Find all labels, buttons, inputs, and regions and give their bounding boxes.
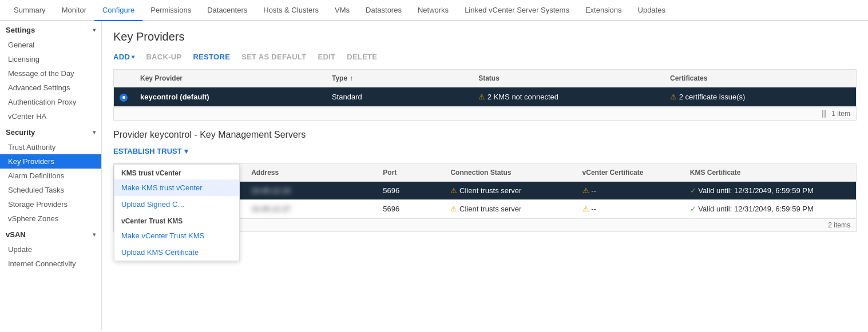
vcert-warn-icon-2: ⚠ <box>582 205 589 213</box>
provider-section-title: Provider keycontrol - Key Management Ser… <box>113 130 857 140</box>
kcol-header-kcert[interactable]: KMS Certificate <box>684 164 856 181</box>
nav-datacenters[interactable]: Datacenters <box>199 0 255 21</box>
kms-vcert-cell: ⚠ -- <box>577 182 684 199</box>
edit-button[interactable]: EDIT <box>318 53 335 61</box>
main-content: Key Providers ADD ▾ BACK-UP RESTORE SET … <box>102 21 868 330</box>
nav-summary[interactable]: Summary <box>6 0 54 21</box>
col-header-certs[interactable]: Certificates <box>664 70 856 87</box>
nav-vms[interactable]: VMs <box>327 0 358 21</box>
table-row[interactable]: keycontrol (default) Standard ⚠ 2 KMS no… <box>114 87 856 107</box>
conn-warn-icon: ⚠ <box>450 186 457 195</box>
page-title: Key Providers <box>113 30 857 43</box>
kms-kcert-cell: ✓ Valid until: 12/31/2049, 6:59:59 PM <box>684 182 856 199</box>
kcol-header-address[interactable]: Address <box>245 164 377 181</box>
dropdown-item-make-vcenter-trust[interactable]: Make vCenter Trust KMS <box>114 227 239 244</box>
kms-port-cell: 5696 <box>377 200 445 218</box>
col-header-selector <box>114 70 134 87</box>
kms-address-cell: 10.45.12.27 <box>245 200 377 218</box>
sidebar-section-settings[interactable]: Settings ▾ <box>0 21 101 38</box>
warn-cert-icon: ⚠ <box>670 93 677 101</box>
row-provider: keycontrol (default) <box>134 88 326 106</box>
sidebar-item-advanced-settings[interactable]: Advanced Settings <box>0 81 101 95</box>
kcol-header-port[interactable]: Port <box>377 164 445 181</box>
restore-button[interactable]: RESTORE <box>193 53 230 61</box>
sidebar: Settings ▾ General Licensing Message of … <box>0 21 102 330</box>
establish-trust-arrow-icon: ▾ <box>184 147 188 155</box>
sidebar-item-internet-connectivity[interactable]: Internet Connectivity <box>0 257 101 271</box>
radio-dot-icon <box>120 94 128 102</box>
sidebar-item-vsphere-zones[interactable]: vSphere Zones <box>0 211 101 226</box>
nav-updates[interactable]: Updates <box>630 0 673 21</box>
row-status: ⚠ 2 KMS not connected <box>473 88 664 106</box>
delete-button[interactable]: DELETE <box>347 53 377 61</box>
add-button[interactable]: ADD ▾ <box>113 53 134 61</box>
sort-arrow-icon: ↑ <box>350 74 353 82</box>
table-footer: 1 item <box>114 107 856 120</box>
kms-item-count: 2 items <box>828 221 850 229</box>
conn-warn-icon-2: ⚠ <box>450 205 457 213</box>
add-arrow-icon: ▾ <box>132 54 134 60</box>
col-header-provider[interactable]: Key Provider <box>134 70 326 87</box>
vsan-chevron: ▾ <box>93 231 96 238</box>
kcert-ok-icon-2: ✓ <box>690 205 696 213</box>
security-label: Security <box>6 128 35 137</box>
establish-trust-button[interactable]: ESTABLISH TRUST ▾ <box>113 147 857 155</box>
kms-port-cell: 5696 <box>377 182 445 199</box>
sidebar-item-scheduled-tasks[interactable]: Scheduled Tasks <box>0 183 101 197</box>
kcert-ok-icon: ✓ <box>690 186 696 195</box>
sidebar-item-licensing[interactable]: Licensing <box>0 52 101 66</box>
establish-trust-dropdown: KMS trust vCenter Make KMS trust vCenter… <box>114 164 240 261</box>
kms-conn-cell: ⚠ Client trusts server <box>445 182 576 199</box>
sidebar-item-update[interactable]: Update <box>0 242 101 257</box>
sidebar-item-motd[interactable]: Message of the Day <box>0 66 101 81</box>
nav-linked-vcenter[interactable]: Linked vCenter Server Systems <box>457 0 577 21</box>
main-layout: Settings ▾ General Licensing Message of … <box>0 21 868 330</box>
kms-vcert-cell-2: ⚠ -- <box>577 200 684 218</box>
nav-hosts-clusters[interactable]: Hosts & Clusters <box>255 0 327 21</box>
nav-permissions[interactable]: Permissions <box>142 0 199 21</box>
sidebar-item-auth-proxy[interactable]: Authentication Proxy <box>0 95 101 109</box>
dropdown-section-vcenter-trust: vCenter Trust KMS <box>114 213 239 227</box>
nav-networks[interactable]: Networks <box>410 0 457 21</box>
vsan-label: vSAN <box>6 230 26 239</box>
settings-chevron: ▾ <box>93 27 96 33</box>
column-split-icon <box>822 110 826 118</box>
sidebar-item-alarm-definitions[interactable]: Alarm Definitions <box>0 169 101 183</box>
dropdown-item-upload-kms-cert[interactable]: Upload KMS Certificate <box>114 244 239 261</box>
dropdown-item-make-kms-trust[interactable]: Make KMS trust vCenter <box>114 179 239 196</box>
kcol-header-vcert[interactable]: vCenter Certificate <box>577 164 684 181</box>
nav-configure[interactable]: Configure <box>94 0 142 21</box>
row-certs: ⚠ 2 certificate issue(s) <box>664 88 856 106</box>
sidebar-item-general[interactable]: General <box>0 38 101 52</box>
sidebar-item-trust-authority[interactable]: Trust Authority <box>0 140 101 154</box>
sidebar-item-vcenter-ha[interactable]: vCenter HA <box>0 109 101 123</box>
toolbar: ADD ▾ BACK-UP RESTORE SET AS DEFAULT EDI… <box>113 53 857 61</box>
kms-kcert-cell-2: ✓ Valid until: 12/31/2049, 6:59:59 PM <box>684 200 856 218</box>
sidebar-section-vsan[interactable]: vSAN ▾ <box>0 226 101 242</box>
kcol-header-conn[interactable]: Connection Status <box>445 164 576 181</box>
backup-button[interactable]: BACK-UP <box>146 53 181 61</box>
kms-table: KMS trust vCenter Address Port Connectio… <box>113 163 857 232</box>
kms-conn-cell: ⚠ Client trusts server <box>445 200 576 218</box>
kms-address-cell: 10.45.12.10 <box>245 182 377 199</box>
table-item-count: 1 item <box>831 110 850 118</box>
nav-datastores[interactable]: Datastores <box>358 0 410 21</box>
dropdown-section-kms-trust: KMS trust vCenter <box>114 165 239 179</box>
sidebar-section-security[interactable]: Security ▾ <box>0 123 101 140</box>
row-selector <box>114 87 134 106</box>
warn-icon: ⚠ <box>478 93 485 101</box>
sidebar-item-storage-providers[interactable]: Storage Providers <box>0 197 101 211</box>
settings-label: Settings <box>6 26 35 34</box>
nav-extensions[interactable]: Extensions <box>577 0 630 21</box>
sidebar-item-key-providers[interactable]: Key Providers <box>0 154 101 169</box>
dropdown-item-upload-signed[interactable]: Upload Signed C… <box>114 196 239 213</box>
top-navigation: Summary Monitor Configure Permissions Da… <box>0 0 868 21</box>
key-providers-table: Key Provider Type ↑ Status Certificates <box>113 69 857 121</box>
set-as-default-button[interactable]: SET AS DEFAULT <box>241 53 306 61</box>
vcert-warn-icon: ⚠ <box>582 186 589 195</box>
row-type: Standard <box>326 88 473 106</box>
col-header-type[interactable]: Type ↑ <box>326 70 473 87</box>
col-header-status[interactable]: Status <box>473 70 664 87</box>
nav-monitor[interactable]: Monitor <box>54 0 94 21</box>
table-header: Key Provider Type ↑ Status Certificates <box>114 70 856 87</box>
